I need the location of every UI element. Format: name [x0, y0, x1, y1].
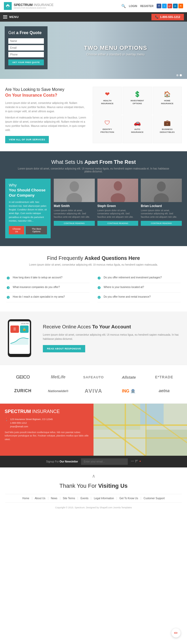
faq-q-6: Do you offer home and rental insurance? [104, 295, 151, 298]
facebook-icon[interactable]: f [157, 4, 161, 8]
service-card-auto[interactable]: 🚗 AUTOINSURANCE [123, 115, 152, 143]
svg-rect-13 [94, 424, 187, 426]
thank-you-heading: Thank You For Visiting Us [5, 483, 182, 489]
footer-address-row: 📍 123 Insurance Street Bigtown, CO 12345… [5, 417, 89, 429]
faq-num-5: ❺ [6, 295, 11, 299]
dot-2[interactable] [180, 74, 182, 76]
newsletter-input[interactable] [81, 458, 128, 465]
svg-point-7 [157, 182, 166, 191]
faq-item-2[interactable]: ❷ Do you offer retirement and investment… [97, 273, 181, 283]
partner-geico[interactable]: GEICO [6, 372, 39, 382]
choose-us-button[interactable]: Choose Us [9, 226, 24, 234]
partner-safeauto[interactable]: SAFEAUTO [77, 373, 110, 381]
login-link[interactable]: LOGIN [129, 5, 137, 8]
service-card-investment[interactable]: 💲 INVESTMENTOPTIONS [123, 87, 152, 115]
services-body2: Interdum et malesuada fames ac ante ipsu… [5, 116, 86, 132]
logo[interactable]: SPECTRUM INSURANCE DESIGN FOR INSURANCE … [4, 2, 54, 10]
svg-rect-15 [125, 404, 126, 456]
faq-q-3: What insurance companies do you offer? [13, 286, 60, 289]
footer-nav-news[interactable]: News [48, 497, 60, 500]
svg-point-3 [70, 181, 79, 192]
service-card-business[interactable]: 💼 BUSINESSDEDUCTIBLES [153, 115, 182, 143]
scroll-up[interactable]: ∧ [5, 473, 182, 479]
footer-contact: 123 Insurance Street Bigtown, CO 12345 1… [10, 417, 53, 429]
footer-map-section: SPECTRUM INSURANCE 📍 123 Insurance Stree… [0, 404, 187, 456]
partner-metlife[interactable]: MetLife [42, 373, 75, 382]
rss-icon[interactable]: R [178, 4, 183, 8]
hero-text: TWO MENU OPTIONS Choose either a standar… [84, 45, 147, 56]
business-label: BUSINESSDEDUCTIBLES [155, 128, 179, 134]
footer-nav-support[interactable]: Customer Support [141, 497, 167, 500]
faq-section: Find Frequently Asked Questions Here Lor… [0, 246, 187, 311]
partners-row-2: ZURICH Nationwide® AVIVA ING 🏦 aetna [6, 386, 181, 396]
brian-bio: Lorem ipsum dolor sit amet, consectetur … [141, 209, 182, 219]
service-card-identity[interactable]: 🛡 IDENTIFYPROTECTION [93, 115, 122, 143]
read-responsive-button[interactable]: READ ABOUT RESPONSIVE [43, 345, 85, 352]
search-icon[interactable]: 🔍 [121, 4, 126, 8]
why-buttons: Choose Us The Best Options [9, 226, 47, 234]
brian-continue-button[interactable]: CONTINUE READING [141, 221, 182, 226]
business-icon: 💼 [155, 120, 179, 126]
nav-menu[interactable]: MENU [3, 15, 19, 18]
faq-num-2: ❷ [97, 276, 102, 280]
name-input[interactable] [8, 38, 44, 44]
mobile-body: Lorem ipsum dolor sit amet, consectetur … [43, 333, 179, 341]
partner-ing[interactable]: ING 🏦 [112, 386, 145, 396]
partner-allstate[interactable]: Allstate [112, 373, 145, 382]
partner-aetna[interactable]: aetna [148, 386, 181, 395]
twitter-icon[interactable]: t [162, 4, 167, 8]
faq-num-3: ❸ [6, 286, 11, 290]
phone-badge[interactable]: 📞 1-800-555-1212 [151, 14, 184, 20]
faq-q-4: Where is your business located at? [104, 286, 144, 289]
service-card-health[interactable]: ❤ HEALTHINSURANCE [93, 87, 122, 115]
apart-heading: What Sets Us Apart From The Rest [5, 159, 182, 165]
why-heading: Why You Should Choose Our Company [9, 183, 47, 198]
faq-q-1: How long does it take to setup an accoun… [13, 276, 62, 279]
services-grid: ❤ HEALTHINSURANCE 💲 INVESTMENTOPTIONS 🏠 … [93, 87, 182, 143]
flag-icon: 🏴 [135, 460, 138, 463]
mobile-phone-wrapper: 14:00 PM ☰ 🔒 [8, 319, 34, 357]
footer-nav-site-terms[interactable]: Site Terms [60, 497, 78, 500]
team-card-matt: Matt Smith Lorem ipsum dolor sit amet, c… [54, 179, 95, 226]
footer-nav-events[interactable]: Events [78, 497, 91, 500]
apart-description: Lorem ipsum dolor sit amet, consectetur … [16, 167, 171, 173]
partner-zurich[interactable]: ZURICH [6, 386, 39, 395]
footer-nav-know[interactable]: Get To Know Us [117, 497, 141, 500]
svg-point-8 [154, 193, 169, 202]
partner-aviva[interactable]: AVIVA [77, 386, 110, 396]
linkedin-icon[interactable]: in [173, 4, 178, 8]
matt-continue-button[interactable]: CONTINUE READING [54, 221, 95, 226]
phone-time: 14:00 PM [10, 323, 29, 324]
svg-rect-12 [140, 404, 164, 424]
partner-etrade[interactable]: E*TRADE [148, 373, 181, 381]
faq-item-1[interactable]: ❶ How long does it take to setup an acco… [6, 273, 90, 283]
brian-photo [141, 179, 182, 202]
faq-item-3[interactable]: ❸ What insurance companies do you offer? [6, 283, 90, 293]
faq-item-6[interactable]: ❻ Do you offer home and rental insurance… [97, 293, 181, 302]
why-box: Why You Should Choose Our Company In vel… [5, 179, 51, 238]
service-card-home[interactable]: 🏠 HOMEINSURANCE [153, 87, 182, 115]
dot-1[interactable] [176, 74, 178, 76]
footer-nav-about[interactable]: About Us [32, 497, 48, 500]
footer-nav-legal[interactable]: Legal Information [91, 497, 117, 500]
footer-nav: Home About Us News Site Terms Events Leg… [5, 494, 182, 503]
footer-nav-home[interactable]: Home [20, 497, 32, 500]
steph-continue-button[interactable]: CONTINUE READING [97, 221, 138, 226]
email-input[interactable] [8, 45, 44, 51]
brian-name: Brian Lockard [141, 204, 182, 208]
register-link[interactable]: REGISTER [140, 5, 153, 8]
quote-form: Get a Free Quote GET YOUR FREE QUOTE [5, 26, 48, 69]
partners-section: GEICO MetLife SAFEAUTO Allstate E*TRADE … [0, 365, 187, 404]
phone-icon-1: ☰ [10, 326, 19, 333]
faq-item-4[interactable]: ❹ Where is your business located at? [97, 283, 181, 293]
matt-name: Matt Smith [54, 204, 95, 208]
bottom-section: ∧ Thank You For Visiting Us Home About U… [0, 467, 187, 515]
phone-input[interactable] [8, 52, 44, 57]
faq-item-5[interactable]: ❺ How do I reach a claim specialist in m… [6, 293, 90, 302]
googleplus-icon[interactable]: g+ [168, 4, 172, 8]
view-services-button[interactable]: VIEW ALL OF OUR SERVICES [5, 136, 49, 143]
faq-grid: ❶ How long does it take to setup an acco… [6, 273, 181, 302]
best-option-button[interactable]: The Best Options [26, 226, 47, 234]
partner-nationwide[interactable]: Nationwide® [42, 387, 75, 395]
quote-button[interactable]: GET YOUR FREE QUOTE [8, 59, 44, 65]
